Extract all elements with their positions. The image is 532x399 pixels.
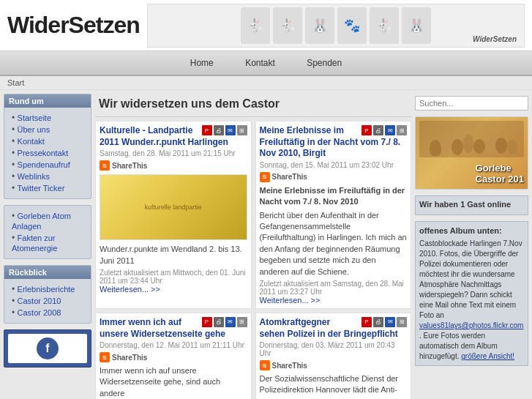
article-1-image-inner: kulturelle landpartie (100, 175, 247, 239)
left-sidebar: Rund um Startseite Über uns Kontakt Pres… (4, 94, 91, 399)
print-icon-2[interactable]: 🖨 (373, 125, 383, 135)
link-ueber-uns[interactable]: Über uns (18, 125, 50, 134)
link-pressekontakt[interactable]: Pressekontakt (18, 149, 69, 157)
gorlebe-image: Gorlebe Castor 201 (415, 116, 528, 190)
article-2-updated: Zuletzt aktualisiert am Samstag, den 28.… (260, 280, 408, 296)
pdf-icon-3[interactable]: P (202, 317, 212, 327)
sidebar-box-atom: Gorleben Atom Anlagen Fakten zur Atomene… (4, 205, 91, 259)
pdf-icon[interactable]: P (202, 125, 212, 135)
link-gorleben-atom[interactable]: Gorleben Atom Anlagen (12, 212, 71, 231)
article-2-body: Bericht über den Aufenthalt in der Gefan… (260, 210, 408, 277)
article-1-updated: Zuletzt aktualisiert am Mittwoch, den 01… (100, 269, 247, 285)
main-title: Wir widersetzen uns dem Castor (95, 94, 411, 117)
article-3-body: Immer wenn ich auf unsere Widersetzensei… (100, 365, 247, 399)
list-item: Erlebnisberichte (12, 284, 87, 294)
svg-point-0 (430, 140, 441, 156)
list-item: Castor 2008 (12, 307, 87, 318)
article-2-body-heading: Meine Erlebnisse im Freiluftäfig in der … (260, 185, 408, 208)
article-2-more-link[interactable]: Weiterlesen... >> (260, 296, 321, 305)
link-startseite[interactable]: Startseite (18, 113, 51, 122)
article-1-icons: P 🖨 ✉ ⊞ (202, 125, 247, 135)
share-icon-1: S (100, 160, 110, 171)
link-fakten-atomenergie[interactable]: Fakten zur Atomenergie (12, 234, 57, 253)
gorlebe-line2: Castor 201 (476, 174, 524, 185)
sidebar-rund-um-list: Startseite Über uns Kontakt Pressekontak… (4, 108, 91, 198)
crowd-svg (421, 123, 523, 156)
resize-icon-4[interactable]: ⊞ (397, 317, 407, 327)
main-content: Wir widersetzen uns dem Castor P 🖨 ✉ ⊞ K… (95, 94, 411, 399)
list-item: Pressekontakt (12, 148, 87, 158)
link-erlebnisberichte[interactable]: Erlebnisberichte (18, 285, 75, 294)
online-title: Wir haben 1 Gast online (419, 200, 524, 209)
header: WiderSetzen 🐇 🐇 🐰 🐾 🐇 🐰 WiderSetzen (0, 0, 532, 51)
mail-icon-4[interactable]: ✉ (385, 317, 395, 327)
link-castor-2010[interactable]: Castor 2010 (18, 297, 61, 305)
header-banner: 🐇 🐇 🐰 🐾 🐇 🐰 WiderSetzen (147, 4, 525, 48)
article-4-body: Der Sozialwissenschaftliche Dienst der P… (260, 373, 408, 396)
list-item: Gorleben Atom Anlagen (12, 211, 87, 231)
link-twitter[interactable]: Twitter Ticker (18, 184, 65, 193)
article-1-share-label[interactable]: ShareThis (112, 162, 147, 170)
article-2-header: P 🖨 ✉ ⊞ Meine Erlebnisse im Freiluftäfig… (260, 125, 408, 161)
navigation: Home Kontakt Spenden (0, 51, 532, 76)
pdf-icon-4[interactable]: P (361, 317, 372, 327)
mail-icon-3[interactable]: ✉ (225, 317, 236, 327)
site-logo: WiderSetzen (7, 12, 140, 39)
album-text: Castoblockade Harlingen 7.Nov 2010. Foto… (419, 239, 524, 362)
animal-2: 🐇 (273, 7, 302, 44)
nav-kontakt[interactable]: Kontakt (231, 55, 290, 71)
print-icon[interactable]: 🖨 (214, 125, 224, 135)
share-icon-4: S (260, 360, 270, 370)
article-1-header: P 🖨 ✉ ⊞ Kulturelle - Landpartie 2011 Wun… (100, 125, 247, 149)
search-input[interactable] (415, 96, 528, 111)
article-4-header: P 🖨 ✉ ⊞ Atomkraftgegner sehen Polizei in… (260, 317, 408, 341)
link-kontakt[interactable]: Kontakt (18, 137, 45, 146)
breadcrumb: Start (0, 76, 532, 90)
svg-point-3 (463, 134, 473, 153)
article-4-share-label[interactable]: ShareThis (272, 362, 307, 370)
article-3-header: P 🖨 ✉ ⊞ Immer wenn ich auf unsere Widers… (100, 317, 247, 341)
resize-icon-3[interactable]: ⊞ (237, 317, 247, 327)
header-animals: 🐇 🐇 🐰 🐾 🐇 🐰 (148, 6, 524, 45)
link-spendenaufruf[interactable]: Spendenaufruf (18, 160, 70, 169)
gorlebe-line1: Gorlebe (476, 163, 524, 174)
album-box: offenes Album unten: Castoblockade Harli… (415, 221, 528, 366)
article-1-body: Wunder.r.punkte im Wendland 2. bis 13. J… (100, 244, 247, 266)
link-weblinks[interactable]: Weblinks (18, 172, 50, 181)
list-item: Weblinks (12, 171, 87, 182)
article-4-icons: P 🖨 ✉ ⊞ (361, 317, 407, 327)
album-email-link[interactable]: values81lays@photos.flickr.com (419, 321, 523, 329)
online-box: Wir haben 1 Gast online (415, 195, 528, 215)
article-2-share: S ShareThis (260, 172, 408, 182)
list-item: Castor 2010 (12, 296, 87, 306)
article-2-more: Weiterlesen... >> (260, 296, 408, 305)
nav-home[interactable]: Home (176, 55, 228, 71)
article-4-date: Donnerstag, den 03. März 2011 um 20:43 U… (260, 341, 408, 357)
svg-point-7 (507, 140, 517, 154)
article-2-share-label[interactable]: ShareThis (272, 173, 307, 181)
article-1-image: kulturelle landpartie (100, 174, 247, 240)
resize-icon-2[interactable]: ⊞ (397, 125, 407, 135)
article-2-icons: P 🖨 ✉ ⊞ (361, 125, 407, 135)
content-wrapper: Rund um Startseite Über uns Kontakt Pres… (0, 90, 532, 399)
article-1-more-link[interactable]: Weiterlesen... >> (100, 285, 160, 294)
pdf-icon-2[interactable]: P (361, 125, 372, 135)
album-more-link[interactable]: größere Ansicht! (461, 352, 514, 360)
animal-4: 🐾 (337, 7, 367, 44)
mail-icon-2[interactable]: ✉ (385, 125, 395, 135)
resize-icon[interactable]: ⊞ (237, 125, 247, 135)
article-1-share: S ShareThis (100, 160, 247, 171)
svg-point-6 (495, 138, 507, 154)
print-icon-3[interactable]: 🖨 (214, 317, 224, 327)
nav-spenden[interactable]: Spenden (292, 55, 356, 71)
article-2: P 🖨 ✉ ⊞ Meine Erlebnisse im Freiluftäfig… (255, 121, 412, 309)
print-icon-4[interactable]: 🖨 (373, 317, 383, 327)
list-item: Startseite (12, 113, 87, 123)
search-box (415, 94, 528, 116)
link-castor-2008[interactable]: Castor 2008 (18, 308, 61, 317)
article-3-share-label[interactable]: ShareThis (112, 354, 147, 362)
list-item: Kontakt (12, 136, 87, 146)
article-2-date: Sonntag, den 15. Mai 2011 um 23:02 Uhr (260, 161, 408, 169)
mail-icon[interactable]: ✉ (225, 125, 236, 135)
article-4: P 🖨 ✉ ⊞ Atomkraftgegner sehen Polizei in… (255, 313, 412, 399)
